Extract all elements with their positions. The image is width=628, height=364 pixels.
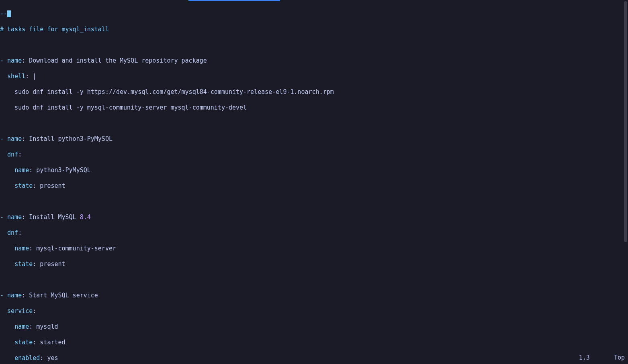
key-name: name: [7, 135, 22, 142]
param-key: enabled: [14, 354, 40, 362]
task-4-param-enabled: enabled: yes: [0, 354, 628, 362]
cursor-position: 1,3: [579, 354, 590, 361]
task-4-param-name: name: mysqld: [0, 323, 628, 331]
param-key: name: [14, 167, 29, 174]
task-3-name: - name: Install MySQL 8.4: [0, 214, 628, 222]
param-key: name: [14, 245, 29, 252]
shell-body-1: sudo dnf install -y https://dev.mysql.co…: [0, 88, 628, 96]
blank-line: [0, 120, 628, 128]
task-3-param-name: name: mysql-community-server: [0, 245, 628, 253]
param-val: started: [40, 339, 65, 346]
key-dnf: dnf: [7, 229, 18, 236]
tab-indicator: [188, 0, 280, 1]
top-bar: [0, 0, 628, 1]
param-val: mysqld: [36, 323, 58, 330]
cursor: [7, 10, 11, 17]
task-1-name: - name: Download and install the MySQL r…: [0, 57, 628, 65]
task-4-name: - name: Start MySQL service: [0, 292, 628, 300]
blank-line: [0, 276, 628, 284]
scrollbar[interactable]: [623, 1, 628, 364]
param-key: state: [14, 182, 33, 189]
scrollbar-thumb[interactable]: [624, 1, 627, 242]
key-name: name: [7, 57, 22, 64]
key-dnf: dnf: [7, 151, 18, 158]
task-3-param-state: state: present: [0, 260, 628, 268]
param-key: name: [14, 323, 29, 330]
param-val: present: [40, 260, 65, 268]
param-val: python3-PyMySQL: [36, 167, 90, 174]
param-key: state: [14, 339, 33, 346]
yaml-dashes: --: [0, 10, 7, 17]
task-name-val: Download and install the MySQL repositor…: [29, 57, 207, 64]
pipe: |: [33, 73, 36, 80]
task-2-param-name: name: python3-PyMySQL: [0, 167, 628, 175]
task-name-val: Install python3-PyMySQL: [29, 135, 113, 142]
blank-line: [0, 198, 628, 206]
param-key: state: [14, 260, 33, 268]
task-name-val: Start MySQL service: [29, 292, 98, 299]
doc-start: --: [0, 10, 628, 18]
version-num: 8.4: [80, 214, 91, 221]
comment-line: # tasks file for mysql_install: [0, 26, 628, 34]
task-3-module: dnf:: [0, 229, 628, 237]
editor-content[interactable]: -- # tasks file for mysql_install - name…: [0, 1, 628, 364]
param-val: present: [40, 182, 65, 189]
status-bar: 1,3Top: [555, 354, 625, 362]
param-val: yes: [47, 354, 58, 362]
task-2-param-state: state: present: [0, 182, 628, 190]
task-1-shell: shell: |: [0, 73, 628, 81]
task-4-module: service:: [0, 307, 628, 315]
task-2-name: - name: Install python3-PyMySQL: [0, 135, 628, 143]
shell-body-2: sudo dnf install -y mysql-community-serv…: [0, 104, 628, 112]
blank-line: [0, 41, 628, 49]
key-name: name: [7, 292, 22, 299]
param-val: mysql-community-server: [36, 245, 116, 252]
task-4-param-state: state: started: [0, 339, 628, 347]
key-service: service: [7, 307, 33, 315]
key-shell: shell: [7, 73, 25, 80]
task-2-module: dnf:: [0, 151, 628, 159]
key-name: name: [7, 214, 22, 221]
task-name-val: Install MySQL: [29, 214, 80, 221]
